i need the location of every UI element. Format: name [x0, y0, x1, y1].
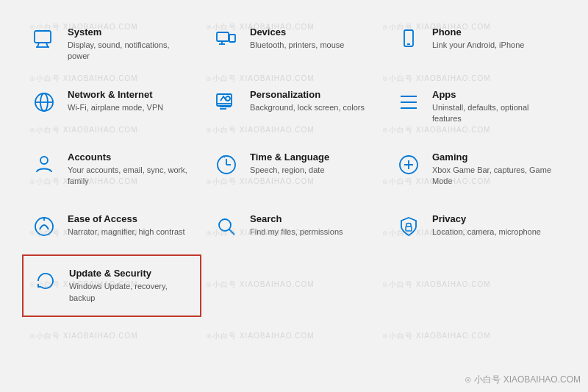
network-text: Network & InternetWi-Fi, airplane mode, … — [68, 89, 193, 113]
svg-point-29 — [219, 219, 231, 231]
settings-item-gaming[interactable]: GamingXbox Game Bar, captures, Game Mode — [387, 140, 566, 199]
watermark-text: ⊙小白号 XIAOBAIHAO.COM — [382, 331, 491, 341]
accounts-icon — [31, 152, 57, 178]
watermark-text: ⊙小白号 XIAOBAIHAO.COM — [206, 331, 315, 341]
devices-desc: Bluetooth, printers, mouse — [250, 40, 375, 51]
network-icon — [31, 89, 57, 115]
search-desc: Find my files, permissions — [250, 227, 375, 238]
settings-item-system[interactable]: SystemDisplay, sound, notifications, pow… — [22, 15, 201, 74]
bottom-watermark: ⊙ 小白号 XIAOBAIHAO.COM — [465, 374, 581, 386]
update-icon — [32, 268, 59, 294]
update-text: Update & SecurityWindows Update, recover… — [69, 268, 191, 304]
svg-line-2 — [46, 43, 48, 47]
update-desc: Windows Update, recovery, backup — [69, 281, 191, 304]
settings-item-search[interactable]: SearchFind my files, permissions — [204, 202, 384, 252]
apps-desc: Uninstall, defaults, optional features — [432, 102, 557, 125]
settings-item-accounts[interactable]: AccountsYour accounts, email, sync, work… — [22, 140, 201, 199]
system-desc: Display, sound, notifications, power — [68, 40, 193, 63]
system-icon — [31, 26, 57, 53]
privacy-text: PrivacyLocation, camera, microphone — [432, 213, 557, 238]
svg-line-30 — [229, 229, 234, 235]
ease-title: Ease of Access — [68, 213, 193, 224]
update-title: Update & Security — [69, 268, 191, 279]
accounts-title: Accounts — [68, 152, 193, 163]
time-title: Time & Language — [250, 152, 375, 163]
network-desc: Wi-Fi, airplane mode, VPN — [68, 102, 193, 113]
watermark-text: ⊙小白号 XIAOBAIHAO.COM — [29, 331, 138, 341]
accounts-desc: Your accounts, email, sync, work, family — [68, 165, 193, 188]
phone-icon — [395, 26, 422, 53]
svg-rect-0 — [35, 31, 51, 43]
phone-text: PhoneLink your Android, iPhone — [432, 26, 557, 51]
svg-rect-31 — [406, 227, 412, 231]
settings-item-ease[interactable]: Ease of AccessNarrator, magnifier, high … — [22, 202, 201, 252]
settings-item-update[interactable]: Update & SecurityWindows Update, recover… — [22, 254, 201, 317]
apps-text: AppsUninstall, defaults, optional featur… — [432, 89, 557, 125]
devices-title: Devices — [250, 26, 375, 38]
network-title: Network & Internet — [68, 89, 193, 100]
time-desc: Speech, region, date — [250, 165, 375, 176]
phone-title: Phone — [432, 26, 557, 38]
personalization-icon — [213, 89, 240, 115]
devices-text: DevicesBluetooth, printers, mouse — [250, 26, 375, 51]
svg-point-21 — [40, 157, 48, 164]
personalization-desc: Background, lock screen, colors — [250, 102, 375, 113]
svg-rect-4 — [217, 32, 229, 41]
search-icon — [213, 213, 240, 240]
time-text: Time & LanguageSpeech, region, date — [250, 152, 375, 176]
personalization-text: PersonalizationBackground, lock screen, … — [250, 89, 375, 113]
devices-icon — [213, 26, 240, 53]
settings-item-phone[interactable]: PhoneLink your Android, iPhone — [387, 15, 566, 74]
settings-item-privacy[interactable]: PrivacyLocation, camera, microphone — [387, 202, 566, 252]
system-title: System — [68, 26, 193, 38]
ease-text: Ease of AccessNarrator, magnifier, high … — [68, 213, 193, 238]
apps-title: Apps — [432, 89, 557, 100]
settings-item-network[interactable]: Network & InternetWi-Fi, airplane mode, … — [22, 77, 201, 137]
svg-text:A: A — [222, 154, 225, 159]
gaming-text: GamingXbox Game Bar, captures, Game Mode — [432, 152, 557, 188]
search-text: SearchFind my files, permissions — [250, 213, 375, 238]
settings-item-devices[interactable]: DevicesBluetooth, printers, mouse — [204, 15, 384, 74]
privacy-icon — [395, 213, 422, 240]
gaming-desc: Xbox Game Bar, captures, Game Mode — [432, 165, 557, 188]
svg-line-1 — [37, 43, 39, 47]
gaming-title: Gaming — [432, 152, 557, 163]
phone-desc: Link your Android, iPhone — [432, 40, 557, 51]
privacy-title: Privacy — [432, 213, 557, 224]
time-icon: A — [213, 152, 240, 178]
svg-rect-5 — [229, 35, 235, 42]
settings-grid: SystemDisplay, sound, notifications, pow… — [0, 0, 588, 332]
system-text: SystemDisplay, sound, notifications, pow… — [68, 26, 193, 63]
settings-item-time[interactable]: ATime & LanguageSpeech, region, date — [204, 140, 384, 199]
privacy-desc: Location, camera, microphone — [432, 227, 557, 238]
gaming-icon — [395, 152, 422, 178]
ease-desc: Narrator, magnifier, high contrast — [68, 227, 193, 238]
personalization-title: Personalization — [250, 89, 375, 100]
settings-item-personalization[interactable]: PersonalizationBackground, lock screen, … — [204, 77, 384, 137]
search-title: Search — [250, 213, 375, 224]
ease-icon — [31, 213, 57, 240]
svg-point-15 — [226, 96, 230, 101]
settings-item-apps[interactable]: AppsUninstall, defaults, optional featur… — [387, 77, 566, 137]
accounts-text: AccountsYour accounts, email, sync, work… — [68, 152, 193, 188]
apps-icon — [395, 89, 422, 115]
